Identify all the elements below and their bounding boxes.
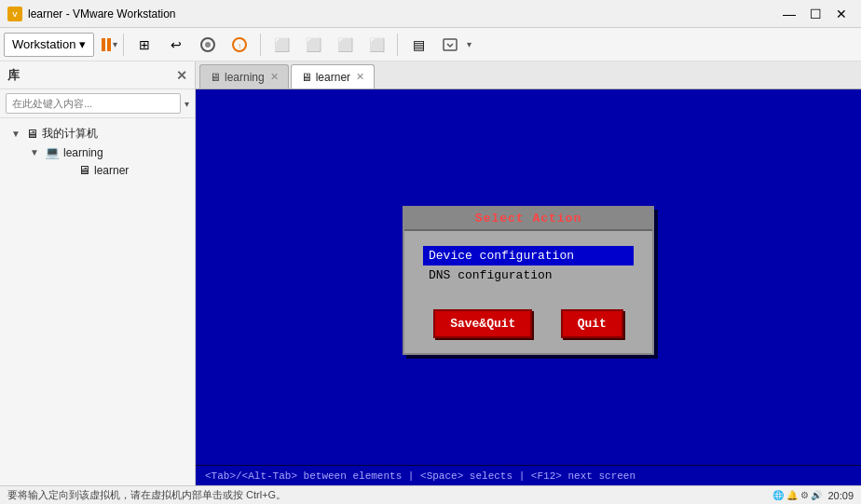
tab-bar: 🖥 learning ✕ 🖥 learner ✕ — [196, 61, 861, 89]
learner-label: learner — [94, 164, 129, 177]
dialog-buttons: Save&Quit Quit — [404, 300, 652, 353]
toolbar-dropdown-icon[interactable]: ▾ — [113, 39, 117, 49]
search-input[interactable] — [6, 93, 181, 114]
toolbar-snapshot-button[interactable] — [193, 32, 223, 58]
toolbar-revert-button[interactable]: ↩ — [161, 32, 191, 58]
tab-learning-icon: 🖥 — [210, 71, 221, 84]
bottom-status-message: 要将输入定向到该虚拟机，请在虚拟机内部单击或按 Ctrl+G。 — [7, 488, 286, 502]
workstation-menu[interactable]: Workstation ▾ — [4, 33, 94, 57]
tab-learning[interactable]: 🖥 learning ✕ — [199, 64, 289, 89]
toolbar-view-button[interactable]: ⬜ — [362, 32, 391, 58]
sidebar-title: 库 — [7, 67, 20, 84]
separator-1 — [123, 34, 124, 56]
separator-2 — [260, 34, 261, 56]
dialog-body: Device configuration DNS configuration — [404, 231, 652, 300]
title-bar: V learner - VMware Workstation — ☐ ✕ — [0, 0, 861, 28]
vm-icon: 🖥 — [78, 163, 90, 177]
tab-learner-close[interactable]: ✕ — [356, 71, 364, 83]
main-area: 库 ✕ ▾ ▼ 🖥 我的计算机 ▼ 💻 learning — [0, 61, 861, 485]
toolbar-console-button[interactable] — [435, 32, 465, 58]
computer-icon: 🖥 — [26, 127, 38, 141]
option-dns-configuration[interactable]: DNS configuration — [423, 266, 634, 285]
title-bar-left: V learner - VMware Workstation — [7, 7, 176, 21]
toolbar-split-button[interactable]: ⬜ — [298, 32, 328, 58]
toolbar-vm-settings-button[interactable]: ⊞ — [130, 32, 159, 58]
pause-bar-1 — [102, 38, 105, 51]
dialog-title-bar: Select Action — [404, 208, 652, 231]
tab-learner-icon: 🖥 — [301, 71, 312, 84]
tab-learning-label: learning — [225, 71, 265, 84]
option-device-configuration[interactable]: Device configuration — [423, 246, 634, 266]
tab-learner-label: learner — [316, 71, 350, 84]
bottom-bar-right: 🌐 🔔 ⚙ 🔊 20:09 — [772, 490, 854, 501]
search-dropdown-icon[interactable]: ▾ — [184, 99, 189, 109]
toolbar-console-dropdown[interactable]: ▾ — [467, 39, 472, 49]
vm-status-text: <Tab>/<Alt-Tab> between elements | <Spac… — [205, 470, 636, 482]
close-button[interactable]: ✕ — [829, 5, 854, 23]
learning-label: learning — [63, 146, 103, 159]
bottom-bar: 要将输入定向到该虚拟机，请在虚拟机内部单击或按 Ctrl+G。 🌐 🔔 ⚙ 🔊 … — [0, 485, 861, 504]
minimize-button[interactable]: — — [777, 5, 801, 23]
dropdown-arrow-icon: ▾ — [79, 37, 86, 51]
tree-item-my-computer[interactable]: ▼ 🖥 我的计算机 — [7, 124, 195, 143]
toolbar-fullscreen-button[interactable]: ⬜ — [330, 32, 360, 58]
tab-learning-close[interactable]: ✕ — [270, 71, 279, 83]
quit-button[interactable]: Quit — [561, 309, 623, 338]
workstation-label: Workstation — [12, 37, 75, 51]
expand-icon-learning: ▼ — [30, 147, 41, 157]
sidebar-close-button[interactable]: ✕ — [176, 68, 187, 83]
pause-bar-2 — [107, 38, 111, 51]
toolbar-send-button[interactable]: ↑ — [225, 32, 254, 58]
svg-rect-6 — [444, 39, 457, 50]
sidebar-library: 库 ✕ ▾ ▼ 🖥 我的计算机 ▼ 💻 learning — [0, 61, 196, 485]
separator-3 — [397, 34, 398, 56]
system-time: 20:09 — [827, 490, 854, 501]
tree-item-learner[interactable]: 🖥 learner — [60, 161, 195, 179]
maximize-button[interactable]: ☐ — [803, 5, 827, 23]
pause-button[interactable] — [102, 38, 111, 51]
tab-learner[interactable]: 🖥 learner ✕ — [291, 64, 375, 89]
vm-folder-icon: 💻 — [45, 145, 60, 159]
vmware-app-icon: V — [7, 7, 22, 21]
vm-tree: ▼ 🖥 我的计算机 ▼ 💻 learning 🖥 learner — [0, 118, 195, 485]
expand-icon: ▼ — [11, 129, 22, 139]
sidebar-header: 库 ✕ — [0, 61, 195, 89]
window-controls: — ☐ ✕ — [777, 5, 854, 23]
svg-point-3 — [205, 42, 211, 48]
toolbar-terminal-button[interactable]: ▤ — [403, 32, 433, 58]
toolbar-window-button[interactable]: ⬜ — [266, 32, 296, 58]
search-bar: ▾ — [0, 89, 195, 118]
vm-screen[interactable]: Select Action Device configuration DNS c… — [196, 89, 861, 485]
vm-status-bar: <Tab>/<Alt-Tab> between elements | <Spac… — [196, 465, 861, 485]
select-action-dialog: Select Action Device configuration DNS c… — [403, 206, 654, 355]
tree-item-learning[interactable]: ▼ 💻 learning — [26, 143, 195, 161]
window-title: learner - VMware Workstation — [28, 7, 176, 20]
save-quit-button[interactable]: Save&Quit — [433, 309, 532, 338]
system-tray-icons: 🌐 🔔 ⚙ 🔊 — [772, 490, 822, 500]
dialog-title: Select Action — [475, 211, 581, 225]
vm-area: 🖥 learning ✕ 🖥 learner ✕ Select Action D… — [196, 61, 861, 485]
menu-bar: Workstation ▾ ▾ ⊞ ↩ ↑ ⬜ ⬜ ⬜ ⬜ ▤ ▾ — [0, 28, 861, 61]
my-computer-label: 我的计算机 — [42, 126, 98, 142]
svg-text:↑: ↑ — [238, 42, 241, 50]
svg-text:V: V — [12, 10, 18, 19]
